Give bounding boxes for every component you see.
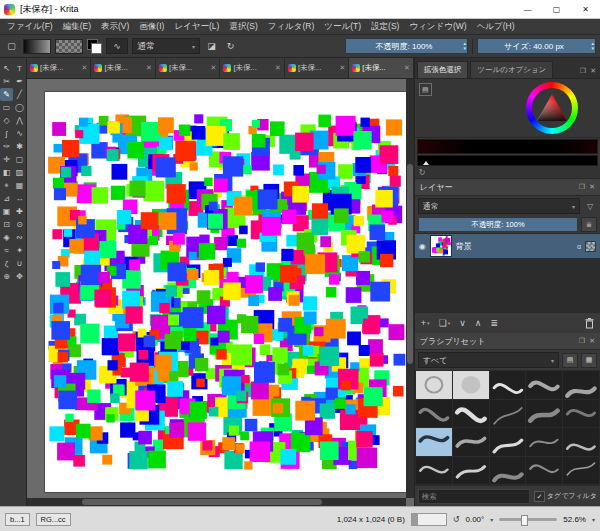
rotation-value[interactable]: 0.00° xyxy=(466,515,485,524)
brush-preset[interactable] xyxy=(526,371,562,399)
blend-mode-dropdown[interactable]: 通常 ▾ xyxy=(132,38,200,54)
zoom-value[interactable]: 52.6% xyxy=(563,515,586,524)
close-tab-icon[interactable]: ✕ xyxy=(275,64,281,72)
pan-tool[interactable]: ✥ xyxy=(13,270,26,283)
polygon-select-tool[interactable]: ◈ xyxy=(0,231,13,244)
transform-frame-tool[interactable]: ▢ xyxy=(13,153,26,166)
horizontal-scrollbar[interactable] xyxy=(27,498,406,506)
menu-item[interactable]: フィルタ(R) xyxy=(263,21,320,33)
close-dock-icon[interactable]: ✕ xyxy=(589,183,595,191)
close-tab-icon[interactable]: ✕ xyxy=(339,64,345,72)
color-profile-badge[interactable]: RG...cc xyxy=(36,513,71,526)
rect-select-tool[interactable]: ⊡ xyxy=(0,218,13,231)
close-tab-icon[interactable]: ✕ xyxy=(82,64,88,72)
layer-visibility-icon[interactable]: ◉ xyxy=(419,242,426,251)
document-tab[interactable]: [未保...✕ xyxy=(220,58,284,78)
chevron-down-icon[interactable]: ▾ xyxy=(592,516,595,523)
delete-layer-button[interactable] xyxy=(585,318,594,329)
eraser-mode-icon[interactable]: ◪ xyxy=(204,39,219,54)
add-layer-button[interactable]: + ▾ xyxy=(421,318,430,328)
float-dock-icon[interactable]: ❐ xyxy=(580,67,586,75)
brush-preset[interactable] xyxy=(563,371,599,399)
brush-preset[interactable] xyxy=(490,400,526,428)
brush-preset[interactable] xyxy=(563,457,599,485)
brush-preset[interactable] xyxy=(416,371,452,399)
brush-preset[interactable] xyxy=(416,400,452,428)
float-dock-icon[interactable]: ❐ xyxy=(579,337,585,345)
document-tab[interactable]: [未保...✕ xyxy=(27,58,91,78)
document-tab[interactable]: [未保...✕ xyxy=(349,58,413,78)
text-tool[interactable]: T xyxy=(13,62,26,75)
pattern-chooser[interactable] xyxy=(55,39,83,54)
similar-select-tool[interactable]: ≈ xyxy=(0,244,13,257)
zoom-tool[interactable]: ⊕ xyxy=(0,270,13,283)
canvas[interactable] xyxy=(45,92,409,492)
refresh-icon[interactable]: ↻ xyxy=(419,168,426,177)
menu-item[interactable]: ツール(T) xyxy=(319,21,366,33)
reload-preset-icon[interactable]: ↻ xyxy=(223,39,238,54)
maximize-button[interactable]: ▢ xyxy=(542,0,571,18)
menu-item[interactable]: 編集(E) xyxy=(58,21,96,33)
move-layer-down-button[interactable]: ∨ xyxy=(459,318,466,328)
ellipse-tool[interactable]: ◯ xyxy=(13,101,26,114)
brush-preset[interactable] xyxy=(416,428,452,456)
rotation-reset-icon[interactable]: ↺ xyxy=(453,515,460,524)
freehand-brush-tool[interactable]: ✎ xyxy=(0,88,13,101)
brush-preset[interactable] xyxy=(526,457,562,485)
preset-tag-dropdown[interactable]: すべて ▾ xyxy=(418,352,559,368)
chevron-down-icon[interactable]: ▾ xyxy=(490,516,493,523)
transform-tool[interactable]: ↖ xyxy=(0,62,13,75)
alpha-lock-icon[interactable]: α xyxy=(577,243,581,250)
inherit-alpha-icon[interactable] xyxy=(585,241,596,252)
brush-preset[interactable] xyxy=(490,457,526,485)
menu-item[interactable]: ウィンドウ(W) xyxy=(404,21,471,33)
spinner-icon[interactable]: ▴ ▾ xyxy=(591,40,594,52)
tag-filter-checkbox[interactable]: ✓ xyxy=(534,491,545,502)
contiguous-select-tool[interactable]: ✦ xyxy=(13,244,26,257)
document-tab[interactable]: [未保...✕ xyxy=(91,58,155,78)
dynamic-brush-tool[interactable]: ✑ xyxy=(0,140,13,153)
magnetic-select-tool[interactable]: ∪ xyxy=(13,257,26,270)
color-selector-settings-icon[interactable]: ▤ xyxy=(419,83,432,96)
polyline-tool[interactable]: ⋀ xyxy=(13,114,26,127)
calligraphy-tool[interactable]: ✒ xyxy=(13,75,26,88)
reference-images-tool[interactable]: ▣ xyxy=(0,205,13,218)
vertical-scrollbar-thumb[interactable] xyxy=(407,164,413,364)
zoom-slider[interactable] xyxy=(499,518,557,521)
menu-item[interactable]: 画像(I) xyxy=(134,21,169,33)
shade-selector-strip[interactable] xyxy=(417,139,598,154)
brush-preset[interactable] xyxy=(416,457,452,485)
close-button[interactable]: ✕ xyxy=(571,0,600,18)
multibrush-tool[interactable]: ✱ xyxy=(13,140,26,153)
opacity-slider[interactable]: 不透明度: 100% ▴ ▾ xyxy=(345,38,468,54)
minimize-button[interactable]: — xyxy=(513,0,542,18)
brush-size-slider[interactable]: サイズ: 40.00 px ▴ ▾ xyxy=(477,38,596,54)
horizontal-scrollbar-thumb[interactable] xyxy=(82,499,322,505)
menu-item[interactable]: 表示(V) xyxy=(96,21,134,33)
layer-options-button[interactable]: ≣ xyxy=(581,217,597,232)
color-sampler-tool[interactable]: ⌖ xyxy=(0,179,13,192)
menu-item[interactable]: ヘルプ(H) xyxy=(472,21,520,33)
ellipse-select-tool[interactable]: ⊙ xyxy=(13,218,26,231)
move-tool[interactable]: ✛ xyxy=(0,153,13,166)
close-dock-icon[interactable]: ✕ xyxy=(590,67,596,75)
close-tab-icon[interactable]: ✕ xyxy=(146,64,152,72)
brush-preset[interactable] xyxy=(490,428,526,456)
layer-blend-mode-dropdown[interactable]: 通常 ▾ xyxy=(418,198,580,214)
brush-preset[interactable] xyxy=(563,400,599,428)
brush-preset[interactable] xyxy=(453,400,489,428)
line-tool[interactable]: ╱ xyxy=(13,88,26,101)
view-grid-icon[interactable]: ▦ xyxy=(581,353,597,368)
bezier-curve-tool[interactable]: ʃ xyxy=(0,127,13,140)
vertical-scrollbar[interactable] xyxy=(406,79,414,498)
tag-filter-toggle[interactable]: ✓ タグでフィルタ xyxy=(534,491,597,502)
tab-tool-options[interactable]: ツールのオプション xyxy=(470,61,553,78)
gradient-tool[interactable]: ▨ xyxy=(13,166,26,179)
fg-bg-color-swatches[interactable] xyxy=(87,39,102,54)
brush-preset[interactable] xyxy=(453,371,489,399)
menu-item[interactable]: ファイル(F) xyxy=(2,21,58,33)
edit-shapes-tool[interactable]: ✂ xyxy=(0,75,13,88)
freehand-select-tool[interactable]: ∾ xyxy=(13,231,26,244)
brush-preset[interactable] xyxy=(453,457,489,485)
preset-search-input[interactable] xyxy=(418,489,530,504)
